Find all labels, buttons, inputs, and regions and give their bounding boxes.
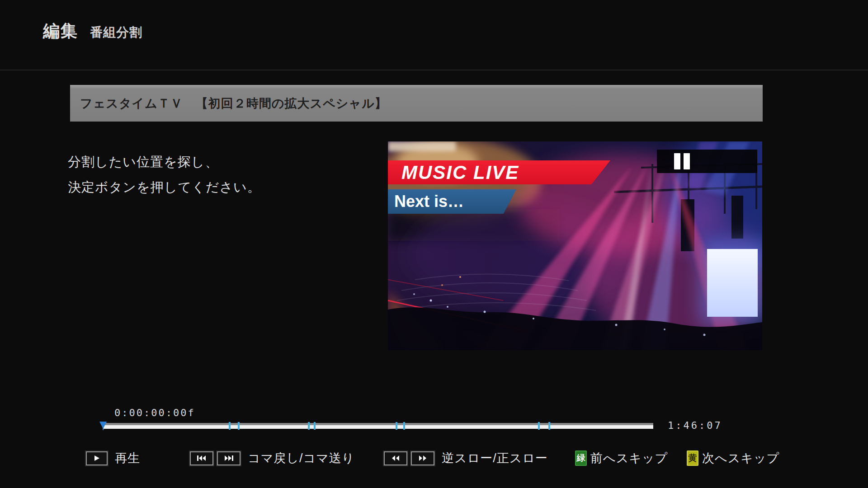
chapter-marker — [548, 422, 550, 430]
program-title: フェスタイムＴＶ 【初回２時間の拡大スペシャル】 — [70, 95, 387, 112]
instruction-line-1: 分割したい位置を探し、 — [68, 149, 261, 174]
control-group-skip-back: 緑 前へスキップ — [575, 450, 668, 466]
video-preview[interactable]: MUSIC LIVE Next is… — [388, 141, 762, 350]
chapter-marker — [396, 422, 397, 430]
timeline-track[interactable] — [103, 423, 653, 429]
playhead-stem — [103, 422, 104, 430]
frame-forward-icon — [223, 455, 235, 462]
control-group-frame: コマ戻し/コマ送り — [190, 450, 354, 466]
frame-forward-button[interactable] — [217, 451, 241, 465]
chapter-marker — [229, 422, 231, 430]
fast-forward-button[interactable] — [411, 451, 434, 465]
play-button[interactable] — [86, 451, 108, 465]
banner-secondary-text: Next is… — [388, 192, 464, 211]
play-icon — [93, 455, 100, 462]
dvr-edit-screen: 編集 番組分割 フェスタイムＴＶ 【初回２時間の拡大スペシャル】 分割したい位置… — [0, 0, 868, 488]
instruction-line-2: 決定ボタンを押してください。 — [68, 174, 261, 200]
rewind-button[interactable] — [384, 451, 407, 465]
pause-icon — [684, 153, 690, 169]
green-key-label: 緑 — [577, 452, 585, 464]
banner-primary-text: MUSIC LIVE — [388, 162, 519, 183]
chapter-marker — [314, 422, 316, 430]
play-label: 再生 — [115, 450, 140, 466]
broadcast-banner-primary: MUSIC LIVE — [388, 160, 610, 184]
header-divider — [0, 70, 868, 70]
yellow-key-label: 黄 — [689, 452, 697, 464]
rewind-icon — [390, 455, 401, 462]
skip-forward-label: 次へスキップ — [702, 450, 779, 466]
program-title-bar: フェスタイムＴＶ 【初回２時間の拡大スペシャル】 — [70, 85, 763, 122]
header: 編集 番組分割 — [43, 20, 142, 42]
frame-back-icon — [196, 455, 208, 462]
current-timecode: 0:00:00:00f — [114, 407, 195, 418]
frame-back-button[interactable] — [190, 451, 213, 465]
control-group-play: 再生 — [86, 450, 140, 466]
total-duration: 1:46:07 — [668, 420, 722, 431]
instruction-text: 分割したい位置を探し、 決定ボタンを押してください。 — [68, 149, 261, 200]
chapter-marker — [538, 422, 540, 430]
playback-status-overlay — [657, 150, 757, 173]
fast-forward-icon — [417, 455, 428, 462]
chapter-marker — [308, 422, 310, 430]
green-key-badge[interactable]: 緑 — [575, 450, 587, 466]
slow-label: 逆スロー/正スロー — [442, 450, 548, 466]
chapter-marker — [403, 422, 405, 430]
pause-icon — [674, 153, 680, 169]
control-group-skip-forward: 黄 次へスキップ — [687, 450, 779, 466]
frame-label: コマ戻し/コマ送り — [248, 450, 354, 466]
chapter-marker — [238, 422, 240, 430]
broadcast-banner-secondary: Next is… — [388, 189, 516, 214]
control-group-slow: 逆スロー/正スロー — [384, 450, 548, 466]
skip-back-label: 前へスキップ — [590, 450, 668, 466]
page-title: 編集 — [43, 20, 78, 42]
yellow-key-badge[interactable]: 黄 — [687, 450, 698, 466]
page-subtitle: 番組分割 — [90, 24, 142, 41]
